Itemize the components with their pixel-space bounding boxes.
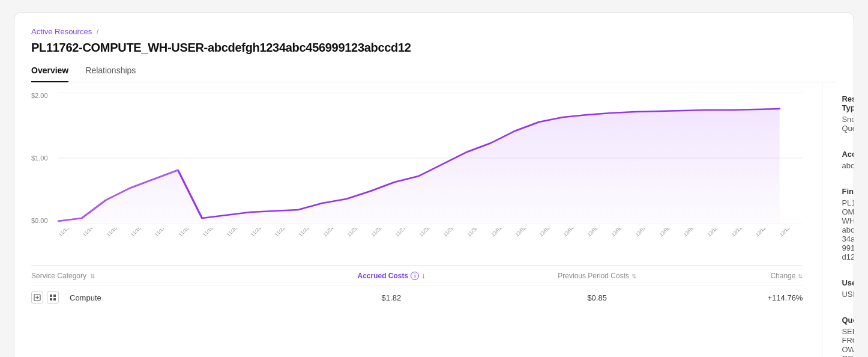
x-label: 11/23/2023 xyxy=(298,228,319,237)
x-label: 11/26/2023 xyxy=(370,228,391,237)
chart-section: $2.00 $1.00 $0.00 xyxy=(31,82,822,357)
x-label: 12/08/2023 xyxy=(659,228,680,237)
x-label: 12/04/2023 xyxy=(562,228,583,237)
row-icons xyxy=(31,291,59,304)
query-value: SELECT * FROM SNOWFLAKE.ORGANIZATION_USA… xyxy=(842,327,854,357)
accrued-sort-icon[interactable]: ↓ xyxy=(421,272,425,280)
svg-rect-9 xyxy=(50,298,52,301)
page-title: PL11762-COMPUTE_WH-USER-abcdefgh1234abc4… xyxy=(31,41,837,55)
previous-value-cell: $0.85 xyxy=(494,293,700,302)
main-content: $2.00 $1.00 $0.00 xyxy=(31,82,837,357)
account-value: abc12345 xyxy=(842,161,854,170)
username-value: USER xyxy=(842,290,854,299)
username-section: Username USER xyxy=(842,278,854,299)
x-label: 12/13/2023 xyxy=(779,228,800,237)
x-label: 11/13/2023 xyxy=(58,228,79,237)
x-label: 11/29/2023 xyxy=(442,228,463,237)
x-label: 12/02/2023 xyxy=(514,228,535,237)
y-label-000: $0.00 xyxy=(31,217,55,224)
x-label: 11/22/2023 xyxy=(274,228,295,237)
x-label: 12/11/2023 xyxy=(731,228,752,237)
x-label: 11/19/2023 xyxy=(202,228,223,237)
x-label: 12/09/2023 xyxy=(683,228,704,237)
fingerprint-value: PL11762-COMPUTE_WH-USER-abcdefgh1234abc4… xyxy=(842,198,854,261)
tab-relationships[interactable]: Relationships xyxy=(85,66,136,82)
x-label: 11/30/2023 xyxy=(466,228,487,237)
table-row: Compute $1.82 $0.85 +114.76% xyxy=(31,285,803,310)
sidebar: Resource Type Snowflake Query Account ab… xyxy=(822,82,854,357)
breadcrumb-separator: / xyxy=(97,27,99,36)
breadcrumb-active-resources[interactable]: Active Resources xyxy=(31,27,92,36)
main-card: Active Resources / PL11762-COMPUTE_WH-US… xyxy=(14,12,854,357)
svg-rect-10 xyxy=(53,298,56,301)
x-label: 11/21/2023 xyxy=(250,228,271,237)
tabs-bar: Overview Relationships xyxy=(31,66,837,82)
query-section: Query SELECT * FROM SNOWFLAKE.ORGANIZATI… xyxy=(842,316,854,357)
x-label: 11/17/2023 xyxy=(154,228,175,237)
resource-type-label: Resource Type xyxy=(842,94,854,112)
breadcrumb: Active Resources / xyxy=(31,27,837,36)
resource-type-value: Snowflake Query xyxy=(842,115,854,133)
x-label: 11/27/2023 xyxy=(394,228,415,237)
change-header[interactable]: Change xyxy=(770,272,795,280)
x-label: 11/16/2023 xyxy=(130,228,151,237)
chart-svg xyxy=(58,92,803,224)
x-label: 12/12/2023 xyxy=(755,228,776,237)
x-label: 12/07/2023 xyxy=(634,228,656,237)
x-label: 11/28/2023 xyxy=(418,228,439,237)
username-label: Username xyxy=(842,278,854,287)
x-label: 11/25/2023 xyxy=(346,228,367,237)
y-label-200: $2.00 xyxy=(31,92,55,99)
x-label: 12/03/2023 xyxy=(538,228,559,237)
tab-overview[interactable]: Overview xyxy=(31,66,68,82)
fingerprint-section: Fingerprint PL11762-COMPUTE_WH-USER-abcd… xyxy=(842,187,854,261)
chart-area: $2.00 $1.00 $0.00 xyxy=(31,92,803,260)
fingerprint-label: Fingerprint xyxy=(842,187,854,196)
accrued-costs-header[interactable]: Accrued Costs xyxy=(358,272,409,280)
service-name-cell: Compute xyxy=(70,293,101,302)
query-label: Query xyxy=(842,316,854,325)
change-sort-icon[interactable]: ⇅ xyxy=(798,273,803,279)
x-label: 11/20/2023 xyxy=(226,228,247,237)
change-value-cell: +114.76% xyxy=(700,293,803,302)
chart-wrapper: 11/13/2023 11/14/2023 11/15/2023 11/16/2… xyxy=(58,92,803,224)
x-label: 11/15/2023 xyxy=(106,228,127,237)
account-section: Account abc12345 xyxy=(842,150,854,170)
x-label: 12/01/2023 xyxy=(490,228,511,237)
x-label: 12/05/2023 xyxy=(586,228,607,237)
table-header: Service Category ⇅ Accrued Costs i ↓ Pre… xyxy=(31,265,803,285)
svg-rect-7 xyxy=(50,294,52,297)
x-label: 11/18/2023 xyxy=(178,228,199,237)
x-label: 12/10/2023 xyxy=(707,228,728,237)
svg-marker-3 xyxy=(58,109,780,224)
previous-period-header[interactable]: Previous Period Costs xyxy=(558,272,629,280)
y-label-100: $1.00 xyxy=(31,154,55,162)
account-label: Account xyxy=(842,150,854,159)
accrued-info-icon[interactable]: i xyxy=(411,272,419,280)
x-label: 11/24/2023 xyxy=(322,228,343,237)
x-label: 12/06/2023 xyxy=(610,228,631,237)
service-category-header[interactable]: Service Category xyxy=(31,272,86,280)
accrued-value-cell: $1.82 xyxy=(288,293,494,302)
grid-icon[interactable] xyxy=(47,291,59,304)
x-axis-labels: 11/13/2023 11/14/2023 11/15/2023 11/16/2… xyxy=(58,228,803,239)
x-label: 11/14/2023 xyxy=(82,228,103,237)
svg-rect-8 xyxy=(53,294,56,297)
resource-type-section: Resource Type Snowflake Query xyxy=(842,94,854,133)
expand-icon[interactable] xyxy=(31,291,43,304)
previous-sort-icon[interactable]: ⇅ xyxy=(631,273,636,279)
service-sort-icon[interactable]: ⇅ xyxy=(90,273,95,279)
